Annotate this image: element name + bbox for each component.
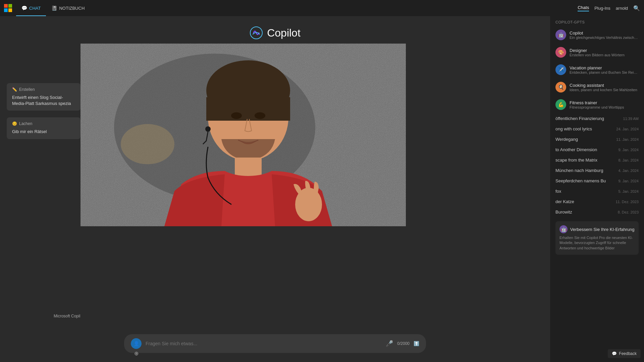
upgrade-title: Verbessern Sie Ihre KI-Erfahrung — [570, 227, 635, 232]
username-label: arnold — [616, 6, 628, 11]
upgrade-box[interactable]: 🤖 Verbessern Sie Ihre KI-Erfahrung Erhal… — [555, 221, 639, 255]
chat-history-item[interactable]: Burowitz 8. Dez. 2023 — [550, 207, 644, 217]
windows-logo[interactable] — [4, 4, 12, 12]
chat-history-name: Burowitz — [555, 209, 572, 215]
microphone-icon[interactable]: 🎤 — [386, 340, 393, 347]
right-sidebar: Copilot-GPTs 🤖 Copilot Ein gleichgewicht… — [550, 16, 644, 362]
chat-history-item[interactable]: fox 5. Jan. 2024 — [550, 186, 644, 196]
svg-rect-7 — [206, 97, 290, 121]
send-icon[interactable]: ⬆️ — [414, 341, 419, 346]
plugins-link[interactable]: Plug-Ins — [594, 6, 610, 11]
copilot-header: Copilot — [250, 26, 301, 40]
video-frame — [80, 44, 406, 226]
cooking-gpt-icon: 🍳 — [555, 82, 566, 93]
notebook-tab[interactable]: 📓 NOTIZBUCH — [46, 0, 90, 16]
card-label-2: 😊 Lachen — [12, 121, 75, 126]
chat-history-item[interactable]: to Another Dimension 9. Jan. 2024 — [550, 144, 644, 155]
feedback-icon: 💬 — [612, 351, 617, 356]
ms-copilot-label: Microsoft Copil — [54, 314, 80, 318]
nav-right-area: Chats Plug-Ins arnold 🔍 — [578, 5, 640, 11]
gpt-name-copilot: Copilot — [570, 31, 639, 36]
copilot-gpts-label: Copilot-GPTs — [550, 16, 644, 26]
upgrade-icon: 🤖 — [559, 225, 568, 233]
suggestion-card-1[interactable]: ✏️ Erstellen Entwirft einen Slog Social-… — [7, 83, 80, 111]
chat-history-name: öffentlichen Finanzierung — [555, 116, 604, 121]
chat-history-date: 9. Jan. 2024 — [618, 179, 639, 183]
chat-history-date: 8. Jan. 2024 — [618, 158, 639, 162]
gpt-desc-designer: Erstellen von Bildern aus Wörtern — [570, 53, 639, 57]
user-avatar: 👤 — [131, 338, 142, 349]
fitness-gpt-icon: 💪 — [555, 99, 566, 110]
chat-history-date: 4. Jan. 2024 — [618, 169, 639, 173]
gpt-desc-fitness: Fitnessprogramme und Worttipps — [570, 105, 639, 109]
chat-history-date: 9. Jan. 2024 — [618, 148, 639, 152]
card-label-1: ✏️ Erstellen — [12, 87, 75, 92]
copilot-gpt-icon: 🤖 — [555, 29, 566, 40]
gpt-item-fitness[interactable]: 💪 Fitness trainer Fitnessprogramme und W… — [550, 96, 644, 113]
copilot-logo-icon — [250, 26, 263, 40]
chat-history-item[interactable]: ong with cool lyrics 24. Jan. 2024 — [550, 124, 644, 134]
vacation-gpt-icon: ✈️ — [555, 64, 566, 75]
chat-history-name: Seepferdchen namens Bu — [555, 178, 606, 183]
chats-link[interactable]: Chats — [578, 5, 589, 11]
chat-history-name: to Another Dimension — [555, 147, 597, 152]
chat-history-date: 11:39 AM — [623, 117, 639, 121]
svg-point-4 — [121, 124, 174, 164]
gpt-item-cooking[interactable]: 🍳 Cooking assistant Ideen, planen und ko… — [550, 78, 644, 96]
person-video — [80, 44, 406, 226]
gpt-item-vacation[interactable]: ✈️ Vacation planner Entdecken, planen un… — [550, 61, 644, 78]
gpt-item-designer[interactable]: 🎨 Designer Erstellen von Bildern aus Wör… — [550, 44, 644, 61]
card-text-2: Gib mir ein Rätsel — [12, 129, 75, 135]
chat-history-name: ong with cool lyrics — [555, 126, 592, 131]
chat-history-name: Werdegang — [555, 137, 578, 142]
chat-history-name: fox — [555, 189, 561, 194]
suggestion-card-2[interactable]: 😊 Lachen Gib mir ein Rätsel — [7, 117, 80, 139]
gpt-item-copilot[interactable]: 🤖 Copilot Ein gleichgewichtiges Verhältn… — [550, 26, 644, 44]
gpt-desc-vacation: Entdecken, planen und Buchen Sie Reisen — [570, 70, 639, 74]
gpt-name-fitness: Fitness trainer — [570, 100, 639, 105]
designer-gpt-icon: 🎨 — [555, 47, 566, 58]
chat-history-date: 8. Dez. 2023 — [618, 210, 639, 214]
chat-tab[interactable]: 💬 CHAT — [16, 0, 46, 16]
chat-history-list: öffentlichen Finanzierung 11:39 AM ong w… — [550, 113, 644, 217]
search-icon[interactable]: 🔍 — [633, 5, 640, 11]
gpt-desc-cooking: Ideen, planen und kochen Sie Mahlzeiten — [570, 88, 639, 92]
chat-input-field[interactable] — [146, 341, 382, 346]
gpt-name-designer: Designer — [570, 48, 639, 53]
chat-history-item[interactable]: Seepferdchen namens Bu 9. Jan. 2024 — [550, 176, 644, 186]
chat-history-name: scape from the Matrix — [555, 158, 597, 163]
upgrade-description: Erhalten Sie mit Copilot Pro die neueste… — [559, 235, 635, 251]
feedback-button[interactable]: 💬 Feedback — [608, 349, 641, 358]
svg-point-10 — [205, 126, 211, 132]
chat-history-item[interactable]: Werdegang 11. Jan. 2024 — [550, 134, 644, 144]
chat-history-item[interactable]: öffentlichen Finanzierung 11:39 AM — [550, 113, 644, 124]
laugh-icon: 😊 — [12, 121, 17, 126]
notebook-icon: 📓 — [51, 5, 57, 11]
chat-history-item[interactable]: München nach Hamburg 4. Jan. 2024 — [550, 165, 644, 176]
chat-input-area: 👤 🎤 0/2000 ⬆️ ⊕ — [0, 325, 550, 362]
chat-history-item[interactable]: der Katze 11. Dez. 2023 — [550, 196, 644, 207]
char-counter: 0/2000 — [397, 341, 410, 346]
svg-rect-11 — [235, 158, 262, 178]
chat-history-name: der Katze — [555, 199, 574, 204]
svg-point-8 — [231, 112, 242, 119]
suggestion-cards: ✏️ Erstellen Entwirft einen Slog Social-… — [7, 83, 80, 139]
card-text-1: Entwirft einen Slog Social-Media-Platt S… — [12, 95, 75, 107]
create-icon: ✏️ — [12, 87, 17, 92]
feedback-label: Feedback — [619, 351, 637, 356]
video-overlay — [80, 44, 406, 226]
chat-input-container: 👤 🎤 0/2000 ⬆️ — [124, 334, 426, 353]
chat-history-date: 5. Jan. 2024 — [618, 189, 639, 193]
svg-point-9 — [255, 112, 265, 119]
copilot-title: Copilot — [267, 27, 301, 39]
chat-icon: 💬 — [21, 5, 27, 11]
chat-history-item[interactable]: scape from the Matrix 8. Jan. 2024 — [550, 155, 644, 165]
expand-icon[interactable]: ⊕ — [134, 350, 139, 357]
top-navigation: 💬 CHAT 📓 NOTIZBUCH Chats Plug-Ins arnold… — [0, 0, 644, 16]
chat-history-date: 11. Dez. 2023 — [616, 200, 639, 204]
chat-history-name: München nach Hamburg — [555, 168, 603, 173]
gpt-name-vacation: Vacation planner — [570, 65, 639, 70]
chat-history-date: 24. Jan. 2024 — [616, 127, 639, 131]
chat-history-date: 11. Jan. 2024 — [616, 137, 639, 141]
gpt-name-cooking: Cooking assistant — [570, 83, 639, 88]
